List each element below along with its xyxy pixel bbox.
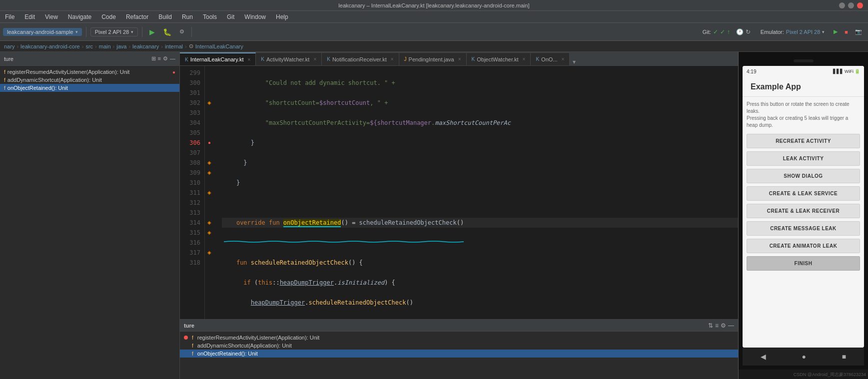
method-icon-3: f — [192, 351, 193, 357]
phone-btn-create-leak-receiver[interactable]: CREATE & LEAK RECEIVER — [747, 204, 860, 218]
close-btn[interactable] — [857, 2, 863, 8]
build-button[interactable]: ⚙ — [176, 27, 187, 36]
emulator-screenshot-btn[interactable]: 📷 — [852, 27, 865, 36]
menu-navigate[interactable]: Navigate — [66, 12, 93, 21]
tab-pending-intent[interactable]: J PendingIntent.java × — [399, 52, 467, 65]
git-check-icon-1: ✓ — [713, 28, 718, 35]
menu-git[interactable]: Git — [225, 12, 236, 21]
breadcrumb-nary[interactable]: nary — [4, 43, 14, 49]
editor-area: K InternalLeakCanary.kt × K ActivityWatc… — [180, 52, 738, 379]
phone-btn-leak-activity[interactable]: LEAK ACTIVITY — [747, 151, 860, 166]
main-toolbar: leakcanary-android-sample ▾ Pixel 2 API … — [0, 23, 868, 41]
breadcrumb-internal[interactable]: internal — [165, 43, 183, 49]
window-title: leakcanary – InternalLeakCanary.kt [leak… — [338, 2, 529, 8]
window-controls[interactable] — [839, 2, 863, 8]
sidebar-controls: ⊞ ≡ ⚙ — — [151, 55, 175, 62]
code-content[interactable]: "Could not add dynamic shortcut. " + "sh… — [214, 66, 738, 319]
breadcrumb-file-icon: ⊙ — [189, 43, 193, 49]
tab-close-4[interactable]: × — [458, 56, 461, 62]
signal-icon: ▋▋▋ — [833, 69, 844, 74]
structure-item-add-shortcut[interactable]: f addDynamicShortcut(Application): Unit — [0, 76, 179, 84]
phone-btn-show-dialog[interactable]: SHOW DIALOG — [747, 169, 860, 183]
emulator-play-btn[interactable]: ▶ — [831, 27, 841, 36]
menu-help[interactable]: Help — [274, 12, 290, 21]
breadcrumb-core[interactable]: leakcanary-android-core — [20, 43, 80, 49]
menu-edit[interactable]: Edit — [22, 12, 37, 21]
structure-item-on-object[interactable]: f onObjectRetained(): Unit — [0, 84, 179, 92]
sidebar-icon-2[interactable]: ≡ — [158, 55, 161, 62]
breadcrumb-java[interactable]: java — [116, 43, 126, 49]
menu-window[interactable]: Window — [242, 12, 268, 21]
tab-ono[interactable]: K OnO... × — [531, 52, 570, 65]
phone-btn-recreate-activity[interactable]: RECREATE ACTIVITY — [747, 134, 860, 148]
line-numbers: 299 300 301 302 303 304 305 306 307 308 … — [180, 66, 205, 319]
bottom-settings-icon[interactable]: ⚙ — [721, 322, 726, 329]
maximize-btn[interactable] — [848, 2, 854, 8]
sidebar-title: ture — [4, 56, 13, 62]
bottom-panel-controls: ⇅ ≡ ⚙ — — [708, 322, 734, 329]
bottom-sort-icon[interactable]: ⇅ — [708, 322, 713, 329]
tab-activity-watcher[interactable]: K ActivityWatcher.kt × — [256, 52, 322, 65]
structure-register[interactable]: f registerResumedActivityListener(Applic… — [180, 334, 738, 342]
sidebar-icon-3[interactable]: ⚙ — [163, 55, 168, 62]
menu-refactor[interactable]: Refactor — [124, 12, 150, 21]
emulator-stop-btn[interactable]: ■ — [842, 28, 851, 36]
tabs-overflow-arrow[interactable]: ▾ — [570, 58, 579, 65]
code-editor[interactable]: 299 300 301 302 303 304 305 306 307 308 … — [180, 66, 738, 319]
breadcrumb-src[interactable]: src — [85, 43, 93, 49]
run-button[interactable]: ▶ — [146, 27, 158, 37]
tab-close-1[interactable]: × — [247, 57, 250, 62]
phone-time: 4:19 — [747, 69, 756, 74]
breadcrumb: nary › leakcanary-android-core › src › m… — [0, 41, 868, 52]
tab-object-watcher[interactable]: K ObjectWatcher.kt × — [467, 52, 531, 65]
menu-run[interactable]: Run — [180, 12, 195, 21]
breadcrumb-file[interactable]: InternalLeakCanary — [195, 43, 243, 49]
tab-close-3[interactable]: × — [391, 56, 394, 62]
tab-notification-receiver[interactable]: K NotificationReceiver.kt × — [322, 52, 399, 65]
breadcrumb-leakcanary[interactable]: leakcanary — [132, 43, 159, 49]
tab-icon-kt-2: K — [261, 56, 264, 62]
menu-code[interactable]: Code — [99, 12, 118, 21]
tab-close-2[interactable]: × — [313, 56, 316, 62]
menu-file[interactable]: File — [3, 12, 16, 21]
structure-on-object-retained[interactable]: f onObjectRetained(): Unit — [180, 350, 738, 358]
run-config-dropdown[interactable]: leakcanary-android-sample ▾ — [3, 28, 82, 36]
phone-description: Press this button or rotate the screen t… — [747, 101, 860, 129]
method-icon-1: f — [192, 335, 193, 341]
toolbar-separator-3 — [191, 27, 192, 37]
menu-build[interactable]: Build — [156, 12, 174, 21]
menu-tools[interactable]: Tools — [201, 12, 219, 21]
debug-button[interactable]: 🐛 — [160, 27, 174, 37]
wifi-icon: WiFi — [845, 69, 854, 74]
sidebar-icon-1[interactable]: ⊞ — [151, 55, 156, 62]
bottom-close-icon[interactable]: — — [728, 322, 734, 329]
bottom-filter-icon[interactable]: ≡ — [715, 322, 719, 329]
phone-status-bar: 4:19 ▋▋▋ WiFi 🔋 — [743, 66, 864, 77]
phone-btn-create-message-leak[interactable]: CREATE MESSAGE LEAK — [747, 221, 860, 236]
device-dropdown[interactable]: Pixel 2 API 28 ▾ — [90, 27, 138, 36]
watermark-text: CSDN @Android_周志豪378623234 — [794, 372, 866, 377]
tab-label-3: NotificationReceiver.kt — [332, 56, 387, 62]
emulator-controls: ▶ ■ 📷 — [831, 27, 865, 36]
watermark-bar: CSDN @Android_周志豪378623234 — [739, 370, 868, 379]
breadcrumb-main[interactable]: main — [99, 43, 111, 49]
phone-back-btn[interactable]: ◀ — [761, 353, 766, 361]
phone-btn-create-animator-leak[interactable]: CREATE ANIMATOR LEAK — [747, 239, 860, 253]
no-error-dot — [184, 344, 188, 348]
sidebar-icon-4[interactable]: — — [170, 55, 175, 62]
phone-home-btn[interactable]: ● — [802, 353, 806, 361]
tab-internal-leak-canary[interactable]: K InternalLeakCanary.kt × — [180, 52, 256, 65]
tab-close-6[interactable]: × — [562, 56, 565, 62]
structure-item-register[interactable]: f registerResumedActivityListener(Applic… — [0, 68, 179, 76]
structure-item-label-3: onObjectRetained(): Unit — [197, 351, 258, 357]
phone-btn-create-leak-service[interactable]: CREATE & LEAK SERVICE — [747, 186, 860, 201]
emulator-device: Pixel 2 API 28 — [786, 29, 821, 35]
bottom-tabs-bar: ture ⇅ ≡ ⚙ — — [180, 320, 738, 332]
structure-add-shortcut[interactable]: f addDynamicShortcut(Application): Unit — [180, 342, 738, 350]
phone-btn-finish[interactable]: FINISH — [747, 256, 860, 271]
tab-close-5[interactable]: × — [523, 56, 526, 62]
minimize-btn[interactable] — [839, 2, 845, 8]
phone-recents-btn[interactable]: ■ — [842, 353, 846, 361]
structure-item-label-2: addDynamicShortcut(Application): Unit — [197, 343, 292, 349]
menu-view[interactable]: View — [43, 12, 60, 21]
